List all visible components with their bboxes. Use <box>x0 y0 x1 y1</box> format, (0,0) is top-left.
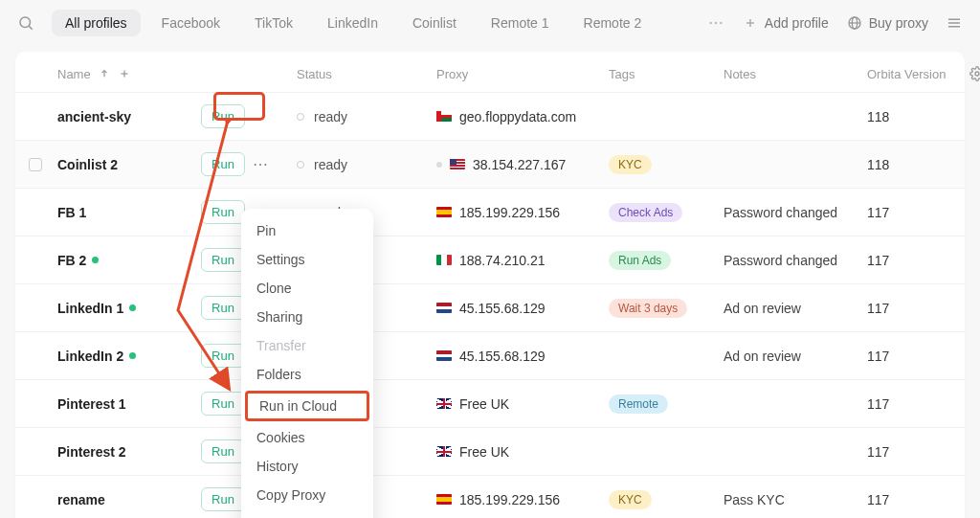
table-row[interactable]: ancient-skyRunreadygeo.floppydata.com118 <box>15 92 965 140</box>
run-button[interactable]: Run <box>201 104 245 128</box>
version-cell: 118 <box>867 157 963 172</box>
flag-icon <box>450 159 465 169</box>
notes-cell: Ad on review <box>724 301 867 316</box>
proxy-cell: geo.floppydata.com <box>436 109 609 124</box>
run-button[interactable]: Run <box>201 344 245 368</box>
col-tags[interactable]: Tags <box>609 67 724 81</box>
status-dot-icon <box>92 257 99 263</box>
tab-linkedin[interactable]: LinkedIn <box>314 10 391 36</box>
tab-coinlist[interactable]: Coinlist <box>399 10 470 36</box>
globe-icon <box>846 14 863 32</box>
tab-all-profiles[interactable]: All profiles <box>52 10 141 36</box>
table-header: Name Status Proxy Tags Notes Orbita Vers… <box>15 52 965 92</box>
ctx-run-in-cloud[interactable]: Run in Cloud <box>245 391 369 421</box>
proxy-cell: 188.74.210.21 <box>436 253 609 268</box>
row-more-icon[interactable]: ⋯ <box>253 155 270 173</box>
row-checkbox[interactable] <box>29 158 42 171</box>
tag-badge[interactable]: KYC <box>609 490 652 509</box>
ctx-sharing[interactable]: Sharing <box>241 303 373 331</box>
profile-name: LinkedIn 2 <box>57 349 201 364</box>
ctx-folders[interactable]: Folders <box>241 360 373 389</box>
proxy-cell: 38.154.227.167 <box>436 157 609 172</box>
context-menu: PinSettingsCloneSharingTransferFoldersRu… <box>241 209 373 518</box>
table-row[interactable]: Coinlist 2Run⋯ready38.154.227.167KYC118 <box>15 140 965 188</box>
sort-asc-icon[interactable] <box>99 68 110 79</box>
table-row[interactable]: LinkedIn 2Runready45.155.68.129Ad on rev… <box>15 331 965 379</box>
tag-badge[interactable]: Check Ads <box>609 203 682 222</box>
tab-list: All profilesFacebookTikTokLinkedInCoinli… <box>52 10 690 36</box>
tag-badge[interactable]: Run Ads <box>609 251 671 270</box>
profile-name: Pinterest 1 <box>57 396 201 412</box>
table-row[interactable]: FB 2Runready188.74.210.21Run AdsPassword… <box>15 236 965 283</box>
ctx-pin[interactable]: Pin <box>241 216 373 245</box>
tag-badge[interactable]: Wait 3 days <box>609 299 687 318</box>
proxy-cell: Free UK <box>436 396 609 412</box>
run-button[interactable]: Run <box>201 487 245 511</box>
col-version[interactable]: Orbita Version <box>867 67 963 81</box>
ctx-settings[interactable]: Settings <box>241 245 373 274</box>
version-cell: 118 <box>867 109 963 124</box>
version-cell: 117 <box>867 492 963 507</box>
buy-proxy-label: Buy proxy <box>869 15 928 31</box>
svg-point-2 <box>709 22 711 24</box>
table-row[interactable]: LinkedIn 1Runready45.155.68.129Wait 3 da… <box>15 283 965 331</box>
more-tabs-icon[interactable] <box>707 14 724 32</box>
tag-badge[interactable]: KYC <box>609 155 652 174</box>
flag-icon <box>436 303 452 313</box>
tag-badge[interactable]: Remote <box>609 394 668 414</box>
buy-proxy-button[interactable]: Buy proxy <box>846 14 928 32</box>
notes-cell: Pass KYC <box>724 492 867 507</box>
col-notes[interactable]: Notes <box>724 67 867 81</box>
version-cell: 117 <box>867 205 963 220</box>
run-button[interactable]: Run <box>201 152 245 176</box>
ctx-copy-id[interactable]: Copy ID <box>241 509 373 518</box>
proxy-cell: Free UK <box>436 444 609 460</box>
tab-remote-2[interactable]: Remote 2 <box>570 10 656 36</box>
status-cell: ready <box>297 109 436 124</box>
table-row[interactable]: FB 1Runready185.199.229.156Check AdsPass… <box>15 188 965 236</box>
proxy-cell: 185.199.229.156 <box>436 205 609 220</box>
table-row[interactable]: Pinterest 1RunreadyFree UKRemote117 <box>15 379 965 427</box>
flag-icon <box>436 446 452 457</box>
add-column-icon[interactable] <box>118 67 131 80</box>
flag-icon <box>436 255 452 265</box>
flag-icon <box>436 207 452 217</box>
run-button[interactable]: Run <box>201 248 245 272</box>
add-profile-label: Add profile <box>765 15 829 31</box>
profile-name: FB 2 <box>57 253 201 268</box>
version-cell: 117 <box>867 301 963 316</box>
col-status[interactable]: Status <box>297 67 436 81</box>
tab-remote-1[interactable]: Remote 1 <box>478 10 563 36</box>
col-proxy[interactable]: Proxy <box>436 67 609 81</box>
run-button[interactable]: Run <box>201 296 245 320</box>
proxy-status-dot-icon <box>436 162 442 168</box>
plus-icon <box>742 14 759 32</box>
tab-tiktok[interactable]: TikTok <box>241 10 306 36</box>
ctx-transfer: Transfer <box>241 331 373 360</box>
version-cell: 117 <box>867 396 963 412</box>
version-cell: 117 <box>867 444 963 460</box>
ready-indicator-icon <box>297 113 304 121</box>
hamburger-icon[interactable] <box>946 14 963 32</box>
search-icon[interactable] <box>17 14 34 32</box>
ready-indicator-icon <box>297 161 304 169</box>
ctx-copy-proxy[interactable]: Copy Proxy <box>241 481 373 509</box>
version-cell: 117 <box>867 349 963 364</box>
notes-cell: Password changed <box>724 205 867 220</box>
run-button[interactable]: Run <box>201 439 245 463</box>
ctx-clone[interactable]: Clone <box>241 274 373 303</box>
flag-icon <box>436 111 452 122</box>
col-name[interactable]: Name <box>57 67 91 81</box>
run-button[interactable]: Run <box>201 392 245 416</box>
add-profile-button[interactable]: Add profile <box>742 14 829 32</box>
table-row[interactable]: Pinterest 2RunreadyFree UK117 <box>15 427 965 475</box>
gear-icon[interactable] <box>969 65 980 82</box>
ctx-history[interactable]: History <box>241 452 373 481</box>
svg-line-1 <box>29 26 32 29</box>
tab-facebook[interactable]: Facebook <box>148 10 234 36</box>
profile-name: ancient-sky <box>57 109 201 124</box>
table-row[interactable]: renameRunready185.199.229.156KYCPass KYC… <box>15 475 965 518</box>
profile-name: Coinlist 2 <box>57 157 201 172</box>
run-button[interactable]: Run <box>201 200 245 224</box>
ctx-cookies[interactable]: Cookies <box>241 423 373 452</box>
